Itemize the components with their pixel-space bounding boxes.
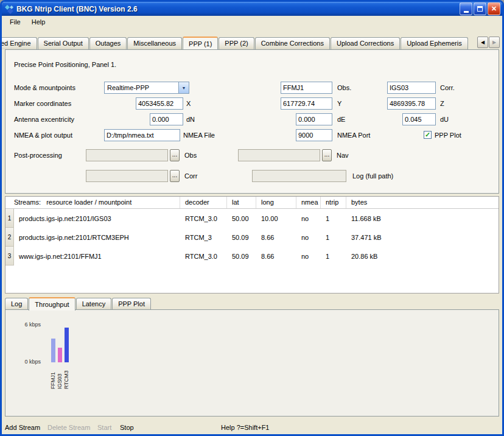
close-button[interactable]: ✕ [488,2,500,15]
streams-table-header: Streams: resource loader / mountpoint de… [5,197,499,209]
header-bytes: bytes [346,197,499,208]
obs-mountpoint-input[interactable] [281,82,332,94]
ytick-zero: 0 kbps [15,359,41,365]
tab-ppp-plot[interactable]: PPP Plot [112,298,151,310]
cell-nmea: no [296,253,321,260]
post-corr-browse-button[interactable]: ... [170,170,180,182]
antenna-du-input[interactable] [402,113,436,125]
marker-x-input[interactable] [136,97,183,110]
corr-mountpoint-input[interactable] [387,82,436,94]
check-icon: ✓ [425,132,430,138]
post-log-input [252,170,346,182]
cell-ntrip: 1 [321,253,346,260]
help-shortcut-label: Help ?=Shift+F1 [221,421,270,434]
maximize-button[interactable] [474,2,486,15]
ppp-plot-checkbox[interactable]: ✓ [424,131,432,139]
tab-upload-ephemeris[interactable]: Upload Ephemeris [401,37,468,49]
header-streams: Streams: resource loader / mountpoint [5,197,180,208]
panel-heading: Precise Point Positioning, Panel 1. [14,58,116,71]
bottom-bar: Add Stream Delete Stream Start Stop Help… [5,421,499,434]
chevron-down-icon: ▼ [182,86,186,90]
post-processing-label: Post-processing [14,149,62,161]
menu-help[interactable]: Help [26,16,51,29]
tab-combine-corrections[interactable]: Combine Corrections [255,37,330,49]
ppp-mode-select[interactable]: Realtime-PPP ▼ [104,82,189,94]
cell-long: 8.66 [256,253,296,260]
tab-serial-output[interactable]: Serial Output [38,37,89,49]
cell-long: 8.66 [256,234,296,241]
combo-dropdown-button[interactable]: ▼ [178,82,189,93]
marker-z-label: Z [440,97,444,110]
table-row[interactable]: 2 products.igs-ip.net:2101/RTCM3EPH RTCM… [5,228,499,247]
marker-z-input[interactable] [387,97,436,110]
cell-ntrip: 1 [321,215,346,222]
start-button: Start [97,421,111,434]
marker-y-input[interactable] [281,97,332,110]
header-lat: lat [227,197,256,208]
table-row[interactable]: 3 www.igs-ip.net:2101/FFMJ1 RTCM_3.0 50.… [5,247,499,265]
corr-label: Corr. [440,82,455,94]
post-nav-input [238,149,320,161]
nmea-file-input[interactable] [104,129,180,141]
antenna-dn-input[interactable] [150,113,183,125]
throughput-bars [51,325,69,362]
streams-table: Streams: resource loader / mountpoint de… [5,196,499,294]
tab-upload-corrections[interactable]: Upload Corrections [331,37,400,49]
delete-stream-button: Delete Stream [47,421,90,434]
tab-miscellaneous[interactable]: Miscellaneous [127,37,182,49]
tab-ppp-1[interactable]: PPP (1) [183,37,218,49]
cell-stream: www.igs-ip.net:2101/FFMJ1 [14,253,180,260]
minimize-button[interactable] [460,2,472,15]
tab-throughput[interactable]: Throughput [29,297,75,311]
cell-stream: products.igs-ip.net:2101/RTCM3EPH [14,234,180,241]
post-corr-label: Corr [184,170,197,182]
tab-ppp-2[interactable]: PPP (2) [219,37,254,49]
cell-decoder: RTCM_3.0 [180,253,227,260]
cell-lat: 50.00 [227,215,256,222]
post-nav-browse-button[interactable]: ... [322,149,332,161]
tab-outages[interactable]: Outages [89,37,127,49]
chart-bar-FFMJ1 [51,339,55,362]
add-stream-button[interactable]: Add Stream [5,421,40,434]
post-log-label: Log (full path) [352,170,393,182]
title-bar[interactable]: BKG Ntrip Client (BNC) Version 2.6 ✕ [2,2,502,16]
ytick-max: 6 kbps [15,322,41,328]
ppp-plot-label: PPP Plot [435,129,461,141]
tab-scroll-left-button[interactable]: ◀ [477,37,488,48]
antenna-de-input[interactable] [296,113,332,125]
post-obs-browse-button[interactable]: ... [170,149,180,161]
stop-button[interactable]: Stop [120,421,134,434]
post-nav-label: Nav [337,149,349,161]
bnc-window: BKG Ntrip Client (BNC) Version 2.6 ✕ Fil… [0,0,504,436]
tab-latency[interactable]: Latency [76,298,112,310]
cell-decoder: RTCM_3.0 [180,215,227,222]
cell-bytes: 37.471 kB [346,234,499,241]
minimize-icon [464,11,469,13]
window-title: BKG Ntrip Client (BNC) Version 2.6 [16,5,460,13]
cell-bytes: 20.86 kB [346,253,499,260]
menu-file[interactable]: File [4,16,26,29]
marker-x-label: X [186,97,191,110]
cell-long: 10.00 [256,215,296,222]
cell-decoder: RTCM_3 [180,234,227,241]
row-number: 3 [5,247,14,265]
chart-bar-RTCM3 [65,328,69,362]
app-body: ed Engine Serial Output Outages Miscella… [2,29,502,434]
close-icon: ✕ [491,5,497,13]
nmea-port-input[interactable] [296,129,332,141]
antenna-du-label: dU [440,113,449,125]
tab-feed-engine[interactable]: ed Engine [2,37,37,49]
chart-category-label-RTCM3: RTCM3 [63,365,68,389]
row-number: 1 [5,209,14,228]
table-row[interactable]: 1 products.igs-ip.net:2101/IGS03 RTCM_3.… [5,209,499,228]
cell-bytes: 11.668 kB [346,215,499,222]
tab-scroll-right-button[interactable]: ▶ [489,37,500,48]
marker-y-label: Y [337,97,341,110]
header-decoder: decoder [180,197,227,208]
cell-lat: 50.09 [227,253,256,260]
ppp-mode-value: Realtime-PPP [105,84,178,91]
header-nmea: nmea [296,197,321,208]
tab-log[interactable]: Log [5,298,28,310]
chevron-right-icon: ▶ [492,40,496,45]
mode-mountpoints-label: Mode & mountpoints [14,82,75,94]
